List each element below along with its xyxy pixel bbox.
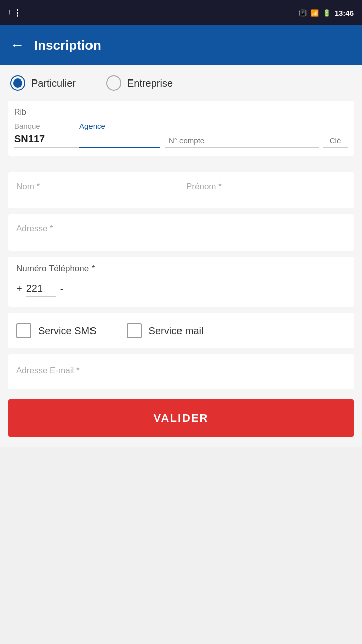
service-sms-checkbox[interactable] <box>16 323 31 338</box>
phone-number-input[interactable] <box>67 281 346 296</box>
email-input[interactable] <box>16 361 346 379</box>
rib-inputs-row: SN117 <box>14 132 348 148</box>
radio-entreprise-label: Entreprise <box>127 77 173 89</box>
name-section <box>8 172 354 208</box>
page-title: Inscription <box>34 38 101 53</box>
rib-cle-input[interactable] <box>323 134 348 148</box>
rib-title: Rib <box>14 108 348 117</box>
rib-section: Rib Banque Agence SN117 <box>8 101 354 156</box>
rib-compte-input[interactable] <box>165 134 319 148</box>
service-mail-option[interactable]: Service mail <box>127 323 204 338</box>
radio-entreprise-circle[interactable] <box>106 75 121 91</box>
nom-field <box>16 177 176 195</box>
address-section <box>8 214 354 251</box>
radio-particulier-label: Particulier <box>31 77 76 89</box>
valider-button[interactable]: VALIDER <box>8 399 354 437</box>
adresse-field <box>16 219 346 237</box>
services-section: Service SMS Service mail <box>8 313 354 348</box>
radio-entreprise[interactable]: Entreprise <box>106 75 173 91</box>
account-type-group: Particulier Entreprise <box>8 75 354 91</box>
battery-icon: 🔋 <box>323 9 331 17</box>
nom-input[interactable] <box>16 177 176 195</box>
main-content: Particulier Entreprise Rib Banque Agence… <box>0 65 362 447</box>
prenom-field <box>186 177 346 195</box>
status-bar: ! ┇ 📳 📶 🔋 13:46 <box>0 0 362 25</box>
rib-column-labels: Banque Agence <box>14 122 348 130</box>
header: ← Inscription <box>0 25 362 65</box>
service-mail-checkbox[interactable] <box>127 323 142 338</box>
status-right-icons: 📳 📶 🔋 13:46 <box>299 9 354 17</box>
email-section <box>8 354 354 389</box>
back-button[interactable]: ← <box>10 37 24 53</box>
usb-icon: ┇ <box>15 9 19 17</box>
vibrate-icon: 📳 <box>299 9 307 17</box>
service-mail-label: Service mail <box>149 325 204 337</box>
name-row <box>16 177 346 195</box>
radio-particulier[interactable]: Particulier <box>10 75 76 91</box>
phone-dash-sign: - <box>60 283 64 295</box>
rib-agence-label: Agence <box>79 122 348 130</box>
radio-particulier-circle[interactable] <box>10 75 25 91</box>
notification-icon: ! <box>8 9 10 17</box>
status-left-icons: ! ┇ <box>8 9 19 17</box>
phone-label: Numéro Téléphone * <box>16 264 346 274</box>
rib-banque-value: SN117 <box>14 133 79 148</box>
wifi-icon: 📶 <box>311 9 319 17</box>
service-sms-label: Service SMS <box>38 325 97 337</box>
checkbox-row: Service SMS Service mail <box>16 323 346 338</box>
adresse-input[interactable] <box>16 219 346 237</box>
rib-agence-input[interactable] <box>79 132 160 148</box>
phone-input-row: + 221 - <box>16 281 346 297</box>
phone-section: Numéro Téléphone * + 221 - <box>8 257 354 307</box>
prenom-input[interactable] <box>186 177 346 195</box>
time-display: 13:46 <box>335 9 354 17</box>
service-sms-option[interactable]: Service SMS <box>16 323 97 338</box>
rib-banque-label: Banque <box>14 122 79 130</box>
phone-country-code: 221 <box>26 281 56 297</box>
phone-plus-sign: + <box>16 283 22 295</box>
